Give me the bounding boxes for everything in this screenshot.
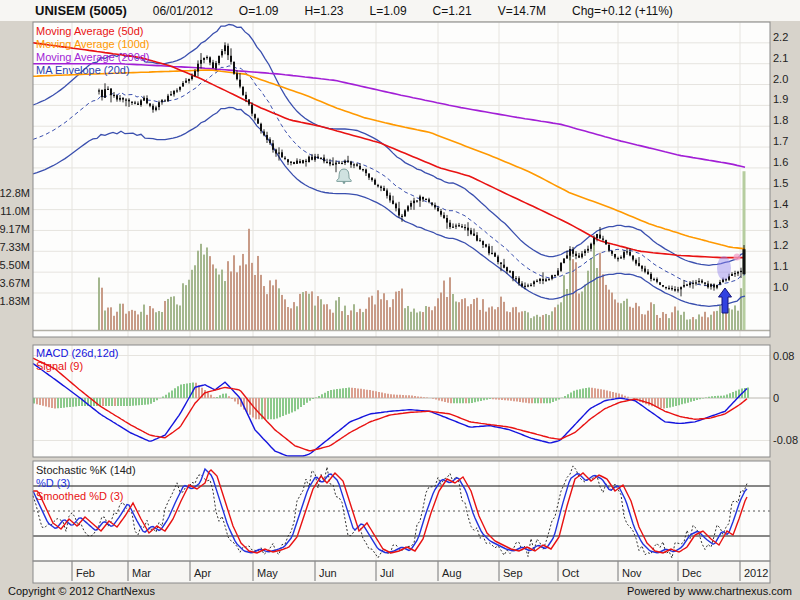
svg-text:Sep: Sep	[503, 567, 523, 579]
svg-text:-0.08: -0.08	[773, 434, 798, 446]
highlight-ellipse[interactable]	[717, 256, 731, 280]
svg-text:Nov: Nov	[622, 567, 642, 579]
svg-text:1.1: 1.1	[773, 260, 788, 272]
svg-text:Feb: Feb	[76, 567, 95, 579]
svg-text:5.50M: 5.50M	[0, 259, 30, 271]
date-label: 06/01/2012	[153, 4, 213, 18]
volume-value: V=14.7M	[498, 4, 546, 18]
svg-text:1.5: 1.5	[773, 177, 788, 189]
status-bar: Copyright © 2012 ChartNexus Powered by w…	[0, 584, 800, 600]
high-value: H=1.23	[305, 4, 344, 18]
svg-text:0.08: 0.08	[773, 350, 794, 362]
chart-canvas[interactable]: 2.32.22.12.01.91.81.71.61.51.41.31.21.11…	[0, 0, 800, 600]
svg-text:Aug: Aug	[442, 567, 462, 579]
svg-text:2.0: 2.0	[773, 73, 788, 85]
svg-text:1.0: 1.0	[773, 281, 788, 293]
svg-text:Dec: Dec	[682, 567, 702, 579]
low-value: L=1.09	[370, 4, 407, 18]
svg-text:2.1: 2.1	[773, 52, 788, 64]
svg-text:3.67M: 3.67M	[0, 277, 30, 289]
svg-text:7.33M: 7.33M	[0, 241, 30, 253]
chartnexus-window: UNISEM (5005) 06/01/2012 O=1.09 H=1.23 L…	[0, 0, 800, 600]
volume-axis-labels: 12.8M11.0M9.17M7.33M5.50M3.67M1.83M	[0, 187, 30, 307]
svg-text:9.17M: 9.17M	[0, 223, 30, 235]
svg-text:1.6: 1.6	[773, 156, 788, 168]
svg-text:1.7: 1.7	[773, 135, 788, 147]
close-value: C=1.21	[433, 4, 472, 18]
svg-text:0: 0	[773, 392, 779, 404]
macd-axis-labels: 0.080-0.08	[773, 350, 798, 447]
svg-text:12.8M: 12.8M	[0, 187, 30, 199]
svg-text:1.4: 1.4	[773, 198, 788, 210]
powered-by-label: Powered by www.chartnexus.com	[627, 584, 792, 599]
copyright-label: Copyright © 2012 ChartNexus	[8, 584, 155, 599]
svg-text:1.2: 1.2	[773, 239, 788, 251]
marker-dot[interactable]	[734, 254, 741, 261]
svg-text:Jun: Jun	[319, 567, 337, 579]
svg-text:1.83M: 1.83M	[0, 295, 30, 307]
svg-text:1.9: 1.9	[773, 93, 788, 105]
symbol-label: UNISEM (5005)	[35, 3, 127, 18]
svg-text:1.3: 1.3	[773, 218, 788, 230]
svg-text:Apr: Apr	[194, 567, 211, 579]
price-axis-labels: 2.32.22.12.01.91.81.71.61.51.41.31.21.11…	[773, 10, 788, 293]
svg-text:Oct: Oct	[562, 567, 579, 579]
quote-header: UNISEM (5005) 06/01/2012 O=1.09 H=1.23 L…	[0, 0, 800, 21]
svg-text:Jul: Jul	[380, 567, 394, 579]
change-value: Chg=+0.12 (+11%)	[572, 4, 673, 18]
svg-text:May: May	[257, 567, 278, 579]
svg-text:1.8: 1.8	[773, 114, 788, 126]
svg-text:2012: 2012	[744, 567, 768, 579]
svg-text:2.2: 2.2	[773, 31, 788, 43]
svg-text:Mar: Mar	[132, 567, 151, 579]
svg-text:11.0M: 11.0M	[0, 205, 30, 217]
open-value: O=1.09	[239, 4, 279, 18]
